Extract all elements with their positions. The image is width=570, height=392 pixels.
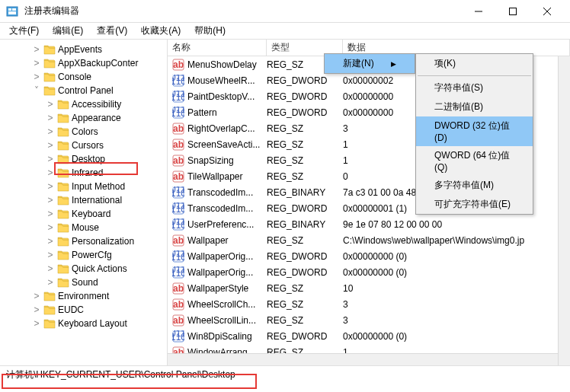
value-row[interactable]: 011110UserPreferenc...REG_BINARY9e 1e 07…: [168, 216, 570, 232]
tree-node-international[interactable]: >International: [0, 193, 167, 207]
value-row[interactable]: 011110Win8DpiScalingREG_DWORD0x00000000 …: [168, 328, 570, 344]
horizontal-scrollbar[interactable]: [168, 353, 558, 365]
svg-text:ab: ab: [173, 315, 184, 326]
tree-node-accessibility[interactable]: >Accessibility: [0, 97, 167, 111]
tree-node-colors[interactable]: >Colors: [0, 125, 167, 139]
tree-node-appearance[interactable]: >Appearance: [0, 111, 167, 125]
value-type: REG_DWORD: [267, 75, 343, 86]
expand-icon[interactable]: >: [46, 181, 55, 192]
expand-icon[interactable]: >: [32, 304, 41, 315]
expand-icon[interactable]: >: [46, 126, 55, 137]
expand-icon[interactable]: >: [46, 167, 55, 178]
expand-icon[interactable]: >: [46, 236, 55, 247]
string-value-icon: ab: [172, 155, 184, 167]
menu-item-dword[interactable]: DWORD (32 位)值(D): [416, 116, 533, 146]
expand-icon[interactable]: >: [46, 263, 55, 274]
tree-label: Environment: [58, 291, 109, 301]
tree-node-powercfg[interactable]: >PowerCfg: [0, 248, 167, 262]
folder-icon: [43, 85, 56, 96]
menu-收藏夹(A)[interactable]: 收藏夹(A): [135, 23, 187, 39]
expand-icon[interactable]: >: [46, 113, 55, 123]
menu-查看(V)[interactable]: 查看(V): [91, 23, 133, 39]
expand-icon[interactable]: >: [32, 291, 41, 301]
context-menu: 新建(N) ▶: [324, 53, 415, 74]
expand-icon[interactable]: >: [46, 140, 55, 151]
tree-node-input-method[interactable]: >Input Method: [0, 180, 167, 193]
column-header-name[interactable]: 名称: [168, 40, 267, 56]
expand-icon[interactable]: >: [46, 195, 55, 206]
tree-label: Appearance: [72, 113, 121, 123]
value-row[interactable]: abWallpaperStyleREG_SZ10: [168, 280, 570, 296]
tree-node-quick-actions[interactable]: >Quick Actions: [0, 262, 167, 276]
expand-icon[interactable]: >: [46, 222, 55, 233]
tree-node-mouse[interactable]: >Mouse: [0, 221, 167, 234]
tree-node-control-panel[interactable]: ˅Control Panel: [0, 84, 167, 97]
menu-item-multistring[interactable]: 多字符串值(M): [416, 176, 533, 195]
tree-label: Quick Actions: [72, 263, 127, 274]
folder-icon: [57, 99, 69, 110]
close-button[interactable]: [530, 1, 564, 22]
tree-panel[interactable]: >AppEvents>AppXBackupConter>Console˅Cont…: [0, 40, 168, 365]
expand-icon[interactable]: >: [32, 44, 41, 55]
menu-文件(F)[interactable]: 文件(F): [3, 23, 45, 39]
tree-node-cursors[interactable]: >Cursors: [0, 139, 167, 152]
titlebar: 注册表编辑器: [0, 0, 570, 23]
value-name: ScreenSaveActi...: [187, 139, 267, 150]
value-name: Wallpaper: [187, 235, 267, 246]
value-name: MenuShowDelay: [187, 59, 267, 70]
tree-label: EUDC: [58, 304, 84, 315]
expand-icon[interactable]: >: [46, 250, 55, 260]
menu-编辑(E)[interactable]: 编辑(E): [46, 23, 89, 39]
tree-node-infrared[interactable]: >Infrared: [0, 166, 167, 180]
tree-node-personalization[interactable]: >Personalization: [0, 234, 167, 248]
collapse-icon[interactable]: ˅: [32, 85, 41, 96]
value-row[interactable]: abWheelScrollCh...REG_SZ3: [168, 296, 570, 312]
value-row[interactable]: abWallpaperREG_SZC:\Windows\web\wallpape…: [168, 232, 570, 248]
svg-text:110: 110: [172, 252, 184, 263]
menu-item-key[interactable]: 项(K): [416, 54, 533, 73]
tree-node-appxbackupconter[interactable]: >AppXBackupConter: [0, 56, 167, 70]
folder-icon: [57, 277, 69, 288]
maximize-button[interactable]: [495, 1, 530, 22]
tree-node-keyboard[interactable]: >Keyboard: [0, 207, 167, 221]
menu-item-string[interactable]: 字符串值(S): [416, 78, 533, 97]
expand-icon[interactable]: >: [32, 318, 41, 329]
tree-node-environment[interactable]: >Environment: [0, 289, 167, 303]
menu-item-new[interactable]: 新建(N) ▶: [325, 54, 415, 73]
expand-icon[interactable]: >: [46, 209, 55, 219]
value-row[interactable]: 011110WallpaperOrig...REG_DWORD0x0000000…: [168, 248, 570, 264]
value-row[interactable]: 011110WallpaperOrig...REG_DWORD0x0000000…: [168, 264, 570, 280]
value-data: 0x00000000 (0): [343, 267, 570, 278]
value-type: REG_SZ: [267, 171, 343, 182]
menu-帮助(H)[interactable]: 帮助(H): [188, 23, 232, 39]
tree-node-eudc[interactable]: >EUDC: [0, 303, 167, 317]
tree-node-sound[interactable]: >Sound: [0, 276, 167, 289]
menu-item-binary[interactable]: 二进制值(B): [416, 97, 533, 116]
folder-icon: [43, 304, 56, 315]
menu-item-qword[interactable]: QWORD (64 位)值(Q): [416, 146, 533, 176]
menu-item-expandstring[interactable]: 可扩充字符串值(E): [416, 195, 533, 214]
string-value-icon: ab: [172, 234, 184, 247]
value-type: REG_SZ: [267, 155, 343, 166]
tree-node-desktop[interactable]: >Desktop: [0, 152, 167, 166]
expand-icon[interactable]: >: [32, 58, 41, 69]
folder-icon: [57, 126, 69, 137]
tree-node-console[interactable]: >Console: [0, 70, 167, 84]
string-value-icon: ab: [172, 59, 184, 71]
value-data: 10: [343, 283, 570, 294]
expand-icon[interactable]: >: [32, 72, 41, 82]
value-row[interactable]: abWheelScrollLin...REG_SZ3: [168, 312, 570, 328]
menu-item-label: DWORD (32 位)值(D): [434, 120, 514, 143]
value-type: REG_BINARY: [267, 219, 343, 230]
tree-label: Accessibility: [72, 99, 121, 110]
expand-icon[interactable]: >: [46, 99, 55, 110]
tree-node-appevents[interactable]: >AppEvents: [0, 43, 167, 56]
vertical-scrollbar[interactable]: [558, 56, 570, 365]
binary-value-icon: 011110: [172, 266, 184, 279]
value-name: TranscodedIm...: [187, 203, 267, 214]
expand-icon[interactable]: >: [46, 277, 55, 288]
expand-icon[interactable]: >: [46, 154, 55, 164]
folder-icon: [57, 222, 69, 233]
tree-node-keyboard-layout[interactable]: >Keyboard Layout: [0, 317, 167, 330]
minimize-button[interactable]: [461, 1, 495, 22]
